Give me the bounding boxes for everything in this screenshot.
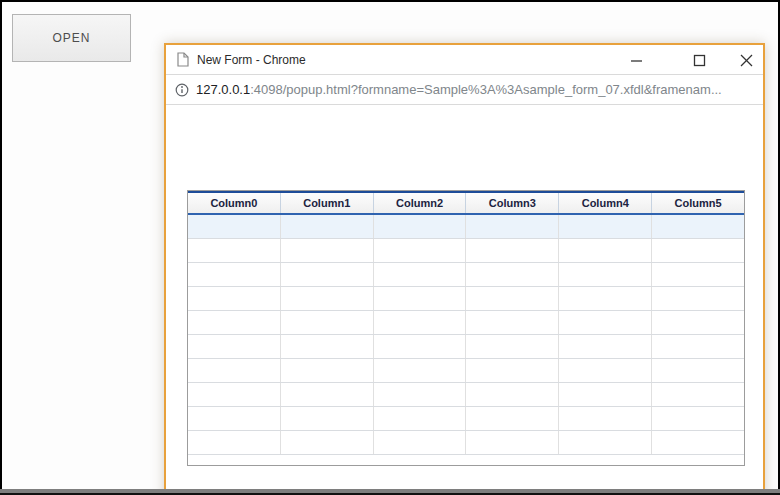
grid-cell[interactable] <box>281 287 374 310</box>
grid-cell[interactable] <box>466 287 559 310</box>
grid-cell[interactable] <box>652 407 744 430</box>
grid-cell[interactable] <box>652 239 744 262</box>
document-icon <box>177 52 189 67</box>
open-button[interactable]: OPEN <box>12 14 131 62</box>
grid-cell[interactable] <box>559 383 652 406</box>
grid-header-cell[interactable]: Column3 <box>466 193 559 213</box>
grid-row[interactable] <box>188 383 744 407</box>
grid-cell[interactable] <box>466 431 559 454</box>
popup-title-bar[interactable]: New Form - Chrome <box>166 45 763 75</box>
grid-cell[interactable] <box>374 431 467 454</box>
minimize-icon <box>630 54 643 67</box>
grid-cell[interactable] <box>652 215 744 238</box>
grid-cell[interactable] <box>188 407 281 430</box>
maximize-icon <box>693 54 706 67</box>
grid-cell[interactable] <box>188 383 281 406</box>
grid-cell[interactable] <box>652 311 744 334</box>
grid-cell[interactable] <box>652 431 744 454</box>
grid-header-cell[interactable]: Column5 <box>652 193 744 213</box>
grid-cell[interactable] <box>374 239 467 262</box>
grid-cell[interactable] <box>281 359 374 382</box>
grid-cell[interactable] <box>374 359 467 382</box>
grid-cell[interactable] <box>374 311 467 334</box>
grid-row[interactable] <box>188 263 744 287</box>
minimize-button[interactable] <box>621 45 651 75</box>
grid-cell[interactable] <box>652 383 744 406</box>
grid-cell[interactable] <box>188 431 281 454</box>
grid-row[interactable] <box>188 335 744 359</box>
url-path: :4098/popup.html?formname=Sample%3A%3Asa… <box>250 82 722 97</box>
close-button[interactable] <box>731 45 761 75</box>
grid-cell[interactable] <box>559 431 652 454</box>
url-host: 127.0.0.1 <box>196 82 250 97</box>
grid-row[interactable] <box>188 407 744 431</box>
grid-cell[interactable] <box>652 263 744 286</box>
grid-cell[interactable] <box>374 215 467 238</box>
grid-cell[interactable] <box>652 287 744 310</box>
window-bottom-frame <box>0 489 780 495</box>
grid-cell[interactable] <box>466 359 559 382</box>
close-icon <box>740 54 753 67</box>
grid-header-cell[interactable]: Column2 <box>374 193 467 213</box>
grid-cell[interactable] <box>466 239 559 262</box>
grid-cell[interactable] <box>559 239 652 262</box>
grid-cell[interactable] <box>188 215 281 238</box>
grid-cell[interactable] <box>559 359 652 382</box>
popup-title: New Form - Chrome <box>197 53 306 67</box>
grid-cell[interactable] <box>466 383 559 406</box>
grid-cell[interactable] <box>652 359 744 382</box>
grid-header-cell[interactable]: Column0 <box>188 193 281 213</box>
grid-row[interactable] <box>188 359 744 383</box>
grid-cell[interactable] <box>188 311 281 334</box>
grid-cell[interactable] <box>466 407 559 430</box>
grid-cell[interactable] <box>281 407 374 430</box>
grid-row[interactable] <box>188 215 744 239</box>
grid-cell[interactable] <box>374 335 467 358</box>
grid-cell[interactable] <box>281 239 374 262</box>
grid-cell[interactable] <box>652 335 744 358</box>
data-grid: Column0Column1Column2Column3Column4Colum… <box>187 190 745 466</box>
grid-cell[interactable] <box>559 311 652 334</box>
grid-cell[interactable] <box>281 215 374 238</box>
url-bar[interactable]: 127.0.0.1:4098/popup.html?formname=Sampl… <box>166 75 763 105</box>
grid-cell[interactable] <box>188 287 281 310</box>
grid-cell[interactable] <box>188 335 281 358</box>
grid-cell[interactable] <box>466 335 559 358</box>
grid-header-cell[interactable]: Column4 <box>559 193 652 213</box>
grid-cell[interactable] <box>374 383 467 406</box>
popup-window: New Form - Chrome 127.0.0.1:4098/popup.h… <box>164 43 765 495</box>
grid-cell[interactable] <box>559 335 652 358</box>
maximize-button[interactable] <box>684 45 714 75</box>
grid-cell[interactable] <box>281 311 374 334</box>
grid-cell[interactable] <box>281 263 374 286</box>
grid-cell[interactable] <box>466 311 559 334</box>
grid-row[interactable] <box>188 431 744 455</box>
grid-cell[interactable] <box>374 263 467 286</box>
grid-cell[interactable] <box>281 431 374 454</box>
grid-cell[interactable] <box>559 407 652 430</box>
grid-cell[interactable] <box>188 239 281 262</box>
grid-body <box>188 215 744 455</box>
grid-row[interactable] <box>188 287 744 311</box>
grid-cell[interactable] <box>559 287 652 310</box>
grid-cell[interactable] <box>188 263 281 286</box>
grid-row[interactable] <box>188 311 744 335</box>
grid-header-cell[interactable]: Column1 <box>281 193 374 213</box>
info-icon[interactable] <box>175 83 189 97</box>
grid-cell[interactable] <box>374 407 467 430</box>
grid-header-row: Column0Column1Column2Column3Column4Colum… <box>188 191 744 215</box>
grid-row[interactable] <box>188 239 744 263</box>
url-text: 127.0.0.1:4098/popup.html?formname=Sampl… <box>196 82 722 97</box>
grid-cell[interactable] <box>188 359 281 382</box>
grid-cell[interactable] <box>466 215 559 238</box>
grid-cell[interactable] <box>466 263 559 286</box>
grid-cell[interactable] <box>559 263 652 286</box>
grid-cell[interactable] <box>281 335 374 358</box>
grid-cell[interactable] <box>559 215 652 238</box>
grid-cell[interactable] <box>374 287 467 310</box>
grid-cell[interactable] <box>281 383 374 406</box>
